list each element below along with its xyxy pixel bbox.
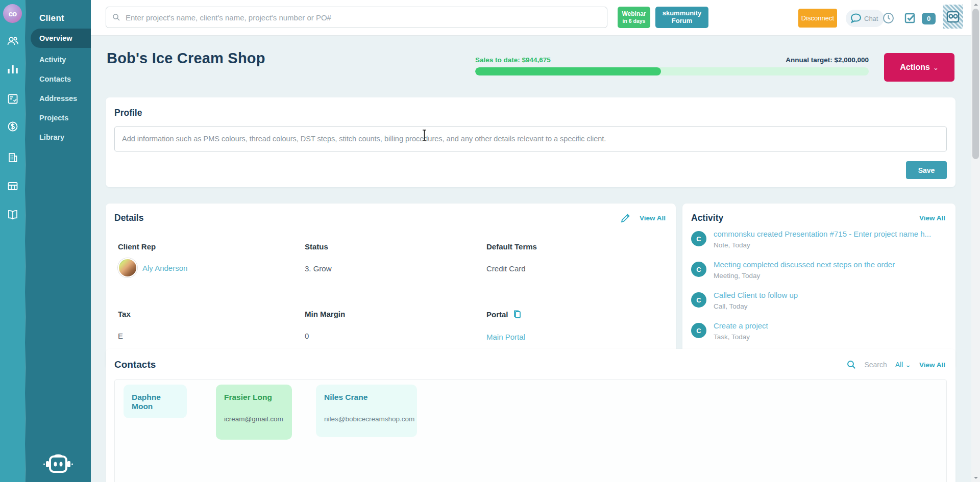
copy-icon[interactable]: [512, 310, 522, 319]
chat-button[interactable]: Chat: [846, 10, 884, 27]
activity-avatar: C: [691, 262, 706, 277]
sidebar-item-projects[interactable]: Projects: [26, 108, 91, 128]
details-view-all-link[interactable]: View All: [640, 214, 666, 222]
page-title: Bob's Ice Cream Shop: [107, 50, 265, 67]
field-default-terms: Default Terms Credit Card: [486, 242, 537, 273]
scroll-up-arrow[interactable]: [971, 0, 980, 9]
client-sidebar: Client Overview Activity Contacts Addres…: [25, 0, 91, 482]
activity-link[interactable]: Meeting completed discussed next steps o…: [714, 260, 895, 269]
scroll-thumb[interactable]: [972, 9, 979, 159]
sales-progress-fill: [475, 67, 661, 75]
activity-avatar: C: [691, 292, 706, 308]
skummunity-forum-button[interactable]: skummunityForum: [655, 7, 708, 28]
activity-avatar: C: [691, 231, 706, 246]
contacts-search-icon[interactable]: [847, 360, 856, 369]
page-scrollbar[interactable]: [971, 0, 980, 482]
scroll-down-arrow[interactable]: [971, 473, 980, 482]
activity-link[interactable]: Create a project: [714, 321, 768, 330]
client-rep-link[interactable]: Aly Anderson: [142, 264, 187, 272]
client-rep-avatar[interactable]: [118, 258, 137, 277]
orders-icon[interactable]: [0, 93, 25, 105]
sidebar-section-title: Client: [26, 0, 91, 23]
chat-label: Chat: [864, 15, 878, 22]
commonsku-logo[interactable]: co: [3, 4, 22, 23]
icon-rail: co: [0, 0, 25, 482]
field-client-rep: Client Rep Aly Anderson: [118, 242, 187, 277]
sales-progress-bar: [475, 67, 869, 75]
sales-icon[interactable]: [0, 121, 25, 132]
notification-count-badge[interactable]: 0: [922, 13, 936, 24]
edit-pencil-icon[interactable]: [621, 213, 630, 223]
activity-link[interactable]: Called Client to follow up: [714, 291, 798, 299]
main-portal-link[interactable]: Main Portal: [486, 333, 525, 341]
sidebar-item-overview[interactable]: Overview: [31, 29, 91, 48]
tasks-checkbox-icon[interactable]: [904, 12, 916, 26]
details-title: Details: [114, 213, 143, 223]
save-button[interactable]: Save: [906, 161, 947, 179]
actions-button[interactable]: Actions⌄: [884, 53, 954, 82]
sidebar-item-addresses[interactable]: Addresses: [26, 89, 91, 108]
field-tax: Tax E: [118, 310, 131, 340]
webinar-button[interactable]: Webinarin 6 days: [618, 7, 650, 28]
contact-card-niles-crane[interactable]: Niles Crane niles@bobicecreamshop.com: [316, 385, 417, 437]
contacts-search-label[interactable]: Search: [864, 361, 887, 369]
activity-title: Activity: [691, 213, 723, 223]
reminders-clock-icon[interactable]: [883, 12, 894, 26]
sidebar-item-activity[interactable]: Activity: [26, 50, 91, 69]
activity-item: C Meeting completed discussed next steps…: [691, 260, 947, 280]
field-portal: Portal Main Portal: [486, 310, 525, 341]
disconnect-button[interactable]: Disconnect: [798, 9, 837, 28]
resources-icon[interactable]: [0, 210, 25, 220]
companies-icon[interactable]: [0, 152, 25, 163]
activity-card: Activity View All C commonsku created Pr…: [682, 204, 955, 369]
search-icon: [112, 13, 120, 21]
sidebar-item-contacts[interactable]: Contacts: [26, 69, 91, 89]
annual-target-label: Annual target: $2,000,000: [716, 56, 869, 64]
clients-icon[interactable]: [0, 36, 25, 46]
activity-view-all-link[interactable]: View All: [919, 214, 945, 222]
field-min-margin: Min Margin 0: [305, 310, 345, 340]
production-icon[interactable]: [0, 181, 25, 192]
field-status: Status 3. Grow: [305, 242, 332, 273]
contact-card-daphne-moon[interactable]: Daphne Moon: [124, 385, 187, 418]
contacts-view-all-link[interactable]: View All: [919, 361, 945, 369]
chevron-down-icon: ⌄: [933, 64, 939, 71]
user-avatar[interactable]: [943, 5, 963, 29]
activity-link[interactable]: commonsku created Presentation #715 - En…: [714, 230, 931, 238]
topbar: Webinarin 6 days skummunityForum Disconn…: [91, 0, 971, 36]
activity-avatar: C: [691, 323, 706, 338]
activity-item: C Called Client to follow up Call, Today: [691, 291, 947, 310]
chat-bubble-icon: [850, 13, 862, 24]
profile-notes-textarea[interactable]: [114, 126, 947, 151]
profile-title: Profile: [114, 108, 947, 118]
contacts-list: Daphne Moon Frasier Long icream@gmail.co…: [114, 379, 947, 482]
sales-to-date-label: Sales to date: $944,675: [475, 56, 551, 64]
activity-item: C commonsku created Presentation #715 - …: [691, 230, 947, 249]
details-card: Details View All Client Rep Aly Anderson…: [106, 204, 676, 369]
main-content: Bob's Ice Cream Shop Sales to date: $944…: [91, 36, 971, 482]
contacts-title: Contacts: [114, 359, 156, 370]
skubot-icon[interactable]: [43, 453, 73, 478]
reports-icon[interactable]: [0, 64, 25, 74]
contacts-card: Contacts Search All ⌄ View All Daphne Mo…: [106, 349, 955, 482]
profile-card: Profile Save: [106, 97, 955, 187]
activity-item: C Create a project Task, Today: [691, 321, 947, 341]
contact-card-frasier-long[interactable]: Frasier Long icream@gmail.com: [216, 385, 292, 440]
global-search-input[interactable]: [106, 7, 607, 28]
contacts-filter-dropdown[interactable]: All ⌄: [895, 361, 911, 369]
sidebar-item-library[interactable]: Library: [26, 128, 91, 147]
